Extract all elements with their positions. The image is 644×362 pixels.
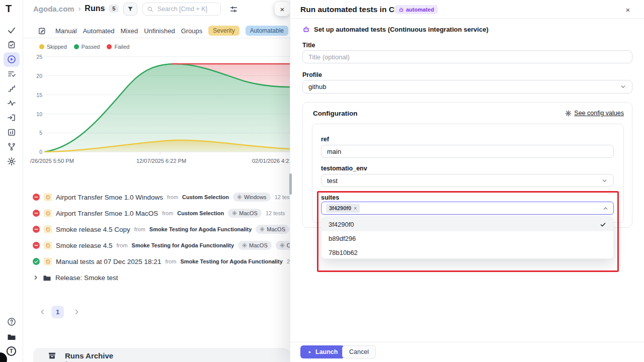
chevron-up-icon[interactable] bbox=[602, 205, 609, 212]
run-row[interactable]: Airport Transfer Smoe 1.0 Windows from C… bbox=[33, 192, 290, 202]
automated-badge: automated bbox=[395, 5, 438, 14]
prev-page-button[interactable] bbox=[36, 306, 48, 318]
platform-badge: MacOS bbox=[256, 225, 289, 234]
title-input[interactable] bbox=[302, 50, 632, 63]
page-number-button[interactable]: 1 bbox=[51, 306, 64, 318]
chart-legend: Skipped Passed Failed bbox=[39, 44, 129, 50]
footer-divider bbox=[290, 342, 644, 342]
x-tick-left: /26/2025 5:50 PM bbox=[30, 158, 74, 164]
failed-status-icon bbox=[33, 194, 40, 201]
dropdown-option[interactable]: 78b10b62 bbox=[321, 245, 613, 259]
chevron-right-icon bbox=[73, 309, 80, 315]
tab-automatable[interactable]: Automatable bbox=[246, 26, 288, 36]
tab-groups[interactable]: Groups bbox=[181, 27, 203, 35]
cancel-button[interactable]: Cancel bbox=[342, 345, 376, 358]
run-row[interactable]: Manual tests at 07 Dec 2025 18:21 from S… bbox=[33, 256, 290, 266]
runs-archive-bar[interactable]: Runs Archive 8 runs bbox=[33, 348, 290, 362]
import-icon[interactable] bbox=[7, 113, 16, 122]
run-row[interactable]: Smoke release 4.5 Copy from Smoke Testin… bbox=[33, 224, 290, 234]
run-from-label: from bbox=[167, 194, 178, 200]
env-select[interactable]: test bbox=[321, 174, 614, 187]
run-title[interactable]: Smoke release 4.5 bbox=[56, 242, 113, 249]
run-row[interactable]: Smoke release 4.5 from Smoke Testing for… bbox=[33, 240, 290, 250]
panel-close-button[interactable]: × bbox=[622, 4, 633, 15]
test-queries-icon[interactable] bbox=[7, 69, 16, 78]
accessibility-widget[interactable] bbox=[0, 352, 7, 362]
reports-icon[interactable] bbox=[7, 128, 16, 137]
remove-tag-icon[interactable]: × bbox=[354, 205, 357, 211]
failed-status-icon bbox=[33, 242, 40, 249]
run-tests-count: 12 tests bbox=[275, 194, 290, 200]
tab-severity[interactable]: Severity bbox=[208, 26, 239, 36]
run-source: Smoke Testing for Agoda Functionality bbox=[132, 242, 234, 248]
profile-select[interactable]: github bbox=[302, 80, 632, 94]
run-title[interactable]: Smoke release 4.5 Copy bbox=[56, 226, 130, 233]
panel-title: Run automated tests in CI bbox=[300, 5, 396, 14]
edit-columns-icon[interactable] bbox=[38, 27, 46, 35]
filter-button[interactable] bbox=[123, 3, 137, 16]
launch-button[interactable]: Launch bbox=[300, 345, 345, 358]
gear-icon bbox=[237, 195, 242, 200]
sidebar: T T bbox=[0, 0, 23, 362]
automated-run-icon bbox=[44, 209, 52, 217]
tab-automated[interactable]: Automated bbox=[83, 27, 115, 35]
analytics-icon[interactable] bbox=[7, 99, 16, 108]
tabs-divider bbox=[23, 38, 290, 38]
ref-input[interactable] bbox=[321, 145, 614, 158]
gear-icon bbox=[260, 227, 265, 232]
x-tick-right: 02/01/2026 4:21 PM bbox=[252, 158, 290, 164]
run-title[interactable]: Airport Transfer Smoe 1.0 Windows bbox=[56, 194, 163, 201]
settings-gear-icon[interactable] bbox=[7, 157, 16, 166]
help-icon[interactable] bbox=[7, 317, 16, 326]
setup-section-title: Set up automated tests (Continuous integ… bbox=[302, 26, 489, 33]
content-scrollbar[interactable] bbox=[289, 173, 292, 195]
run-from-label: from bbox=[162, 210, 173, 216]
suites-multiselect[interactable]: 3f4290f0 × bbox=[321, 202, 614, 215]
test-plans-icon[interactable] bbox=[7, 40, 16, 49]
run-row[interactable]: Airport Transfer Smoe 1.0 MacOS from Cus… bbox=[33, 208, 285, 218]
gear-icon bbox=[565, 110, 572, 117]
testomatio-badge-icon[interactable]: T bbox=[7, 346, 16, 356]
failed-status-icon bbox=[33, 210, 40, 217]
projects-folder-icon[interactable] bbox=[7, 332, 16, 341]
skipped-dot bbox=[39, 44, 44, 49]
filter-sliders-icon[interactable] bbox=[229, 5, 238, 14]
release-group-row[interactable]: Release: Smoke test bbox=[33, 273, 118, 283]
search-box bbox=[142, 3, 221, 16]
breadcrumb-project[interactable]: Agoda.com bbox=[33, 5, 74, 13]
dropdown-option[interactable]: b89df296 bbox=[321, 231, 613, 245]
tests-icon[interactable] bbox=[7, 26, 16, 35]
run-source: Smoke Testing for Agoda Functionality bbox=[149, 226, 252, 232]
search-icon bbox=[147, 6, 153, 13]
see-config-values-link[interactable]: See config values bbox=[565, 110, 624, 117]
env-field-label: testomatio_env bbox=[321, 165, 367, 172]
app-logo[interactable]: T bbox=[6, 3, 11, 15]
chevron-down-icon bbox=[601, 177, 608, 184]
tab-unfinished[interactable]: Unfinished bbox=[144, 27, 175, 35]
y-tick-5: 5 bbox=[24, 130, 42, 136]
overlay-close-button[interactable]: × bbox=[275, 2, 290, 16]
run-ci-panel: Run automated tests in CI automated × Se… bbox=[290, 0, 644, 362]
run-title[interactable]: Airport Transfer Smoe 1.0 MacOS bbox=[56, 210, 158, 217]
release-group-label[interactable]: Release: Smoke test bbox=[55, 274, 118, 282]
tab-mixed[interactable]: Mixed bbox=[121, 27, 138, 35]
branches-icon[interactable] bbox=[7, 142, 16, 151]
configuration-title: Configuration bbox=[313, 110, 357, 117]
suites-dropdown: 3f4290f0 b89df296 78b10b62 bbox=[321, 217, 614, 259]
milestones-icon[interactable] bbox=[7, 84, 16, 93]
run-title[interactable]: Manual tests at 07 Dec 2025 18:21 bbox=[56, 258, 161, 265]
legend-failed: Failed bbox=[114, 44, 129, 50]
passed-status-icon bbox=[33, 258, 40, 265]
legend-skipped: Skipped bbox=[47, 44, 67, 50]
profile-value: github bbox=[308, 83, 326, 90]
platform-badge: MacOS bbox=[228, 209, 262, 218]
search-input[interactable] bbox=[156, 5, 212, 13]
runs-area-chart[interactable] bbox=[44, 56, 290, 157]
gear-icon bbox=[242, 243, 247, 248]
dropdown-option-selected[interactable]: 3f4290f0 bbox=[321, 217, 613, 231]
chevron-right-icon[interactable] bbox=[33, 275, 39, 281]
main-content: Agoda.com › Runs 5 Manual Automated Mixe… bbox=[23, 0, 290, 362]
runs-icon[interactable] bbox=[7, 55, 16, 64]
next-page-button[interactable] bbox=[70, 306, 83, 318]
tab-manual[interactable]: Manual bbox=[55, 27, 77, 35]
